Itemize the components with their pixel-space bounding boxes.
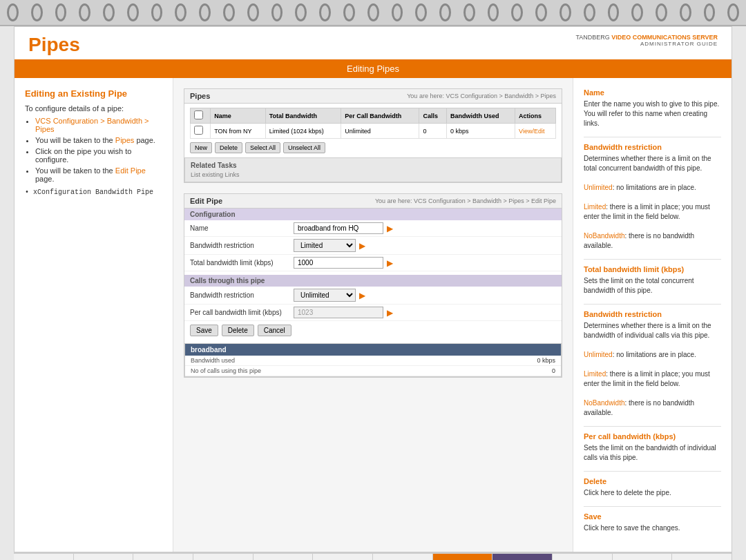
- form-row-name: Name ▶: [184, 220, 562, 237]
- page-title: Pipes: [28, 34, 80, 56]
- left-intro: To configure details of a pipe:: [25, 104, 162, 113]
- spiral-ring: [55, 3, 67, 21]
- col-per-call-bw: Per Call Bandwidth: [341, 108, 419, 124]
- nav-system-config[interactable]: SystemConfiguration: [193, 554, 254, 560]
- help-section-bw-restriction: Bandwidth restriction Determines whether…: [584, 143, 721, 251]
- name-input[interactable]: [294, 222, 383, 234]
- nav-firewall-traversal[interactable]: FirewallTraversal: [492, 554, 553, 560]
- nav-overview-status[interactable]: Overview andStatus: [133, 554, 193, 560]
- left-steps-list: VCS Configuration > Bandwidth > Pipes Yo…: [25, 117, 162, 183]
- spiral-ring: [199, 3, 211, 21]
- related-tasks: Related Tasks List existing Links: [184, 157, 562, 182]
- cancel-button[interactable]: Cancel: [258, 325, 291, 336]
- help-title-total-bw: Total bandwidth limit (kbps): [584, 265, 721, 273]
- field-name-label: Name: [190, 224, 294, 232]
- spiral-ring: [511, 3, 523, 21]
- per-call-bw-help-icon[interactable]: ▶: [387, 308, 393, 318]
- view-edit-link[interactable]: View/Edit: [519, 128, 544, 135]
- nav-introduction[interactable]: Introduction: [14, 554, 74, 560]
- nav-bandwidth-control[interactable]: BandwidthControl: [433, 554, 493, 560]
- content-area: Editing an Existing Pipe To configure de…: [15, 78, 731, 552]
- save-button[interactable]: Save: [190, 325, 218, 336]
- col-calls: Calls: [419, 108, 447, 124]
- per-call-bw-label: Per call bandwidth limit (kbps): [190, 309, 294, 316]
- spiral-ring: [319, 3, 331, 21]
- call-bw-restriction-select[interactable]: Unlimited Limited NoBandwidth: [294, 289, 356, 302]
- help-section-total-bw: Total bandwidth limit (kbps) Sets the li…: [584, 265, 721, 296]
- help-title-delete: Delete: [584, 477, 721, 485]
- brand-guide: ADMINISTRATOR GUIDE: [575, 41, 718, 47]
- total-bw-input[interactable]: [294, 257, 383, 269]
- bw-restriction-select[interactable]: Limited Unlimited NoBandwidth: [294, 239, 356, 252]
- calls-label: No of calls using this pipe: [191, 367, 261, 374]
- edit-pipe-title: Edit Pipe: [190, 197, 222, 205]
- nav-applications[interactable]: Applications: [553, 554, 613, 560]
- row-check: [191, 124, 211, 139]
- help-text-bw-restriction: Determines whether there is a limit on t…: [584, 154, 721, 251]
- spiral-ring: [271, 3, 283, 21]
- select-all-checkbox[interactable]: [194, 110, 203, 119]
- stats-row-calls: No of calls using this pipe 0: [185, 366, 561, 376]
- row-bw-used: 0 kbps: [446, 124, 515, 139]
- spiral-ring: [439, 3, 451, 21]
- brand-name: TANDBERG VIDEO COMMUNICATIONS SERVER: [575, 34, 718, 41]
- right-panel: Name Enter the name you wish to give to …: [573, 78, 731, 552]
- pipes-table-inner: Name Total Bandwidth Per Call Bandwidth …: [184, 104, 562, 157]
- nav-vcs-config[interactable]: VCSConfiguration: [254, 554, 314, 560]
- select-all-button[interactable]: Select All: [245, 142, 280, 153]
- nav-appendices[interactable]: Appendices: [672, 554, 732, 560]
- row-actions: View/Edit: [515, 124, 556, 139]
- edit-pipe-link[interactable]: Edit Pipe: [115, 166, 146, 175]
- left-step-2: You will be taken to the Pipes page.: [35, 136, 162, 144]
- stats-header: broadband: [185, 344, 561, 356]
- row-checkbox[interactable]: [194, 126, 203, 135]
- spiral-ring: [463, 3, 475, 21]
- spiral-ring: [656, 3, 667, 21]
- spiral-ring: [488, 3, 499, 21]
- nav-zones-neighbors[interactable]: Zones andNeighbors: [313, 554, 373, 560]
- per-call-bw-input[interactable]: [294, 307, 383, 318]
- help-text-total-bw: Sets the limit on the total concurrent b…: [584, 276, 721, 296]
- help-section-bw-restriction-2: Bandwidth restriction Determines whether…: [584, 310, 721, 418]
- call-bw-restriction-help-icon[interactable]: ▶: [359, 291, 365, 300]
- row-per-call-bw: Unlimited: [341, 124, 419, 139]
- spiral-ring: [560, 3, 571, 21]
- left-step-4: You will be taken to the Edit Pipe page.: [35, 166, 162, 183]
- left-heading: Editing an Existing Pipe: [25, 88, 162, 99]
- help-section-delete: Delete Click here to delete the pipe.: [584, 477, 721, 498]
- spiral-ring: [367, 3, 379, 21]
- pipes-you-are-here: You are here: VCS Configuration > Bandwi…: [407, 93, 556, 99]
- name-help-icon[interactable]: ▶: [387, 224, 393, 233]
- delete-button[interactable]: Delete: [215, 142, 242, 153]
- spiral-binding: [0, 0, 746, 26]
- calls-section-label: Calls through this pipe: [184, 275, 562, 287]
- nav-call-processing[interactable]: CallProcessing: [373, 554, 433, 560]
- main-wrapper: Pipes TANDBERG VIDEO COMMUNICATIONS SERV…: [14, 26, 732, 552]
- nav-getting-started[interactable]: Getting Started: [74, 554, 134, 560]
- help-section-per-call-bw: Per call bandwidth (kbps) Sets the limit…: [584, 432, 721, 463]
- new-button[interactable]: New: [190, 142, 212, 153]
- calls-value: 0: [552, 367, 555, 374]
- bw-restriction-help-icon[interactable]: ▶: [359, 241, 365, 251]
- spiral-ring: [704, 3, 716, 21]
- unselect-all-button[interactable]: Unselect All: [283, 142, 325, 153]
- help-text-bw-restriction-2: Determines whether there is a limit on t…: [584, 321, 721, 418]
- pipes-box-title: Pipes: [190, 92, 210, 100]
- nav-maintenance[interactable]: Maintenance: [613, 554, 673, 560]
- delete-button-ep[interactable]: Delete: [222, 325, 254, 336]
- help-text-save: Click here to save the changes.: [584, 523, 721, 533]
- pipes-link[interactable]: VCS Configuration > Bandwidth > Pipes: [35, 117, 149, 133]
- section-banner: Editing Pipes: [15, 59, 731, 78]
- spiral-ring: [727, 3, 739, 21]
- spiral-ring: [535, 3, 547, 21]
- edit-pipe-header: Edit Pipe You are here: VCS Configuratio…: [184, 194, 562, 209]
- config-section-label: Configuration: [184, 209, 562, 220]
- spiral-ring: [127, 3, 139, 21]
- total-bw-label: Total bandwidth limit (kbps): [190, 259, 294, 267]
- pipes-table-header: Pipes You are here: VCS Configuration > …: [184, 89, 562, 104]
- total-bw-help-icon[interactable]: ▶: [387, 258, 393, 268]
- related-tasks-content: List existing Links: [191, 171, 555, 178]
- pipes-link-2[interactable]: Pipes: [115, 136, 135, 144]
- col-check: [191, 108, 211, 124]
- spiral-ring: [295, 3, 307, 21]
